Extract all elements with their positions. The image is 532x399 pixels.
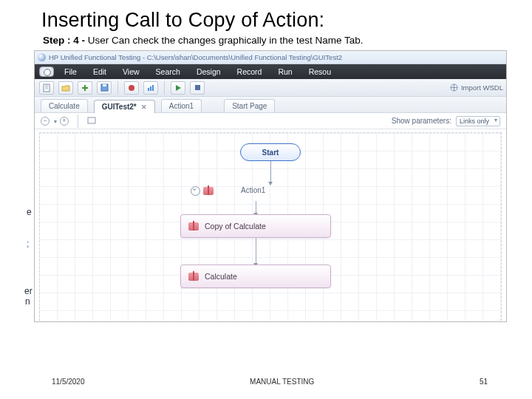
cropped-text: ; xyxy=(27,239,29,249)
menu-record[interactable]: Record xyxy=(237,67,279,76)
import-wsdl-icon xyxy=(450,83,458,92)
chart-icon xyxy=(147,84,155,92)
action-group-handle[interactable] xyxy=(191,186,214,196)
tab-label: Start Page xyxy=(232,102,267,110)
record-icon xyxy=(128,84,135,92)
activescreen-button[interactable] xyxy=(143,81,158,95)
play-icon xyxy=(175,84,182,92)
app-window: HP Unified Functional Testing - C:\Users… xyxy=(34,50,507,322)
stop-icon xyxy=(194,84,201,91)
zoom-out-button[interactable]: − xyxy=(41,117,50,126)
action-package-icon xyxy=(188,222,199,231)
fit-screen-icon xyxy=(87,117,96,124)
slide-footer: 11/5/2020 MANUAL TESTING 51 xyxy=(0,378,532,386)
show-params-select[interactable]: Links only xyxy=(456,116,500,126)
menubar: File Edit View Search Design Record Run … xyxy=(35,64,506,79)
toolbar-separator xyxy=(117,81,118,95)
new-doc-icon xyxy=(43,83,50,92)
step-prefix: Step : 4 - xyxy=(43,35,88,46)
cropped-text: e xyxy=(27,207,32,217)
menu-run[interactable]: Run xyxy=(278,67,308,76)
canvas-toolbar: − + Show parameters: Links only xyxy=(35,113,506,129)
svg-rect-2 xyxy=(103,84,106,86)
menu-file[interactable]: File xyxy=(64,67,93,76)
menu-view[interactable]: View xyxy=(123,67,156,76)
open-button[interactable] xyxy=(58,81,73,95)
svg-rect-5 xyxy=(150,86,151,91)
tab-calculate[interactable]: Calculate xyxy=(41,99,88,112)
action1-label: Action1 xyxy=(241,186,265,194)
close-icon[interactable]: ✕ xyxy=(141,103,147,111)
zoom-controls: − + xyxy=(41,117,69,126)
cropped-text: n xyxy=(25,296,30,307)
document-tabs: Calculate GUITest2* ✕ Action1 Start Page xyxy=(35,97,506,113)
test-flow-canvas[interactable]: Start Action1 Copy of Calculate Calculat… xyxy=(39,132,502,322)
flow-connector xyxy=(256,238,256,265)
stop-button[interactable] xyxy=(190,81,205,95)
tab-label: Action1 xyxy=(169,102,194,110)
zoom-in-button[interactable]: + xyxy=(60,117,69,126)
hp-logo-icon xyxy=(39,66,54,77)
action-copy-of-calculate[interactable]: Copy of Calculate xyxy=(180,214,331,238)
svg-rect-4 xyxy=(148,88,149,91)
app-titlebar: HP Unified Functional Testing - C:\Users… xyxy=(35,51,506,64)
slide-title: Inserting Call to Copy of Action: xyxy=(41,9,502,32)
action-package-icon xyxy=(188,273,199,281)
flow-arrow-icon xyxy=(268,182,273,185)
new-button[interactable] xyxy=(39,81,54,95)
menu-design[interactable]: Design xyxy=(197,67,237,76)
tab-label: Calculate xyxy=(49,102,80,110)
svg-point-3 xyxy=(129,85,134,91)
footer-center: MANUAL TESTING xyxy=(250,378,314,386)
app-title-text: HP Unified Functional Testing - C:\Users… xyxy=(49,53,342,61)
zoom-dropdown[interactable] xyxy=(52,117,57,125)
flow-connector xyxy=(270,161,271,183)
save-button[interactable] xyxy=(97,81,112,95)
footer-page-number: 51 xyxy=(480,378,488,386)
svg-rect-9 xyxy=(88,117,95,123)
step-text: Step : 4 - User Can check the changes gr… xyxy=(43,35,502,46)
svg-rect-7 xyxy=(195,85,200,90)
action-box-label: Calculate xyxy=(205,272,237,281)
fit-button[interactable] xyxy=(87,117,96,126)
action-calculate[interactable]: Calculate xyxy=(180,265,331,288)
tab-guitest2[interactable]: GUITest2* ✕ xyxy=(94,100,155,113)
menu-resources[interactable]: Resou xyxy=(309,67,347,76)
action-box-label: Copy of Calculate xyxy=(205,222,266,231)
cropped-text: er xyxy=(24,286,33,296)
folder-open-icon xyxy=(61,84,70,92)
canvasbar-separator xyxy=(78,115,78,128)
app-icon xyxy=(38,53,46,61)
import-wsdl-label[interactable]: Import WSDL xyxy=(461,83,503,92)
collapse-arrow-icon xyxy=(191,186,200,196)
menu-search[interactable]: Search xyxy=(156,67,197,76)
plus-icon xyxy=(81,84,89,92)
record-button[interactable] xyxy=(124,81,139,95)
menu-edit[interactable]: Edit xyxy=(93,67,123,76)
run-button[interactable] xyxy=(171,81,185,95)
toolbar-separator-2 xyxy=(164,81,165,95)
svg-rect-6 xyxy=(152,85,154,91)
action-package-icon xyxy=(203,187,214,195)
save-icon xyxy=(100,83,109,92)
tab-action1[interactable]: Action1 xyxy=(161,99,202,112)
add-button[interactable] xyxy=(78,81,92,95)
tab-label: GUITest2* xyxy=(102,103,137,111)
toolbar-right: Import WSDL xyxy=(450,79,503,96)
start-node[interactable]: Start xyxy=(240,143,301,161)
show-params-label: Show parameters: xyxy=(392,117,451,125)
step-body: User Can check the changes graphically i… xyxy=(88,35,364,46)
tab-startpage[interactable]: Start Page xyxy=(224,99,275,112)
footer-date: 11/5/2020 xyxy=(52,378,85,386)
toolbar: Import WSDL xyxy=(35,79,506,97)
